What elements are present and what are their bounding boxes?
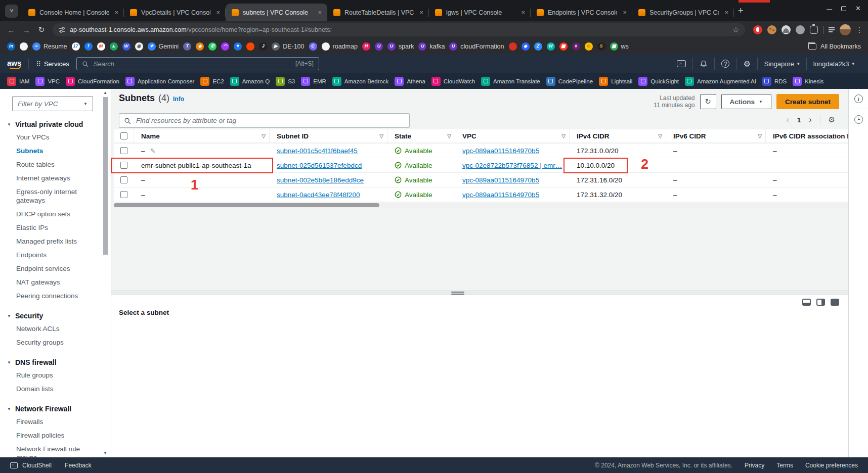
bookmark-item[interactable]: J (259, 42, 267, 51)
settings-gear-icon[interactable]: ⚙ (736, 58, 757, 70)
bookmark-item[interactable]: S (597, 42, 605, 51)
notifications-bell-icon[interactable] (692, 58, 714, 70)
service-shortcut[interactable]: Amazon Augmented AI (685, 77, 756, 86)
create-subnet-button[interactable]: Create subnet (776, 94, 839, 109)
help-icon[interactable]: ? (714, 58, 736, 70)
bookmark-item[interactable]: ≡ Resume (32, 42, 67, 51)
tab-close-icon[interactable]: × (113, 9, 120, 16)
bookmark-item[interactable]: M (97, 42, 105, 51)
tab-close-icon[interactable]: × (418, 9, 425, 16)
tab-close-icon[interactable]: × (316, 9, 323, 16)
arc-extension-icon[interactable] (782, 25, 791, 34)
filter-funnel-icon[interactable]: ▽ (561, 133, 566, 139)
bookmark-item[interactable]: U spark (387, 42, 414, 51)
browser-tab[interactable]: VpcDetails | VPC Console × (124, 4, 226, 21)
browser-tab[interactable]: igws | VPC Console × (429, 4, 531, 21)
service-shortcut[interactable]: CodePipeline (546, 77, 593, 86)
service-shortcut[interactable]: Lightsail (599, 77, 632, 86)
bookmark-item[interactable]: ▲ (110, 42, 118, 51)
table-row[interactable]: – subnet-0acd43ee78f48f200 Available vpc… (114, 187, 848, 202)
split-panel-hide-icon[interactable] (831, 299, 839, 306)
back-icon[interactable]: ← (5, 26, 17, 34)
tab-close-icon[interactable]: × (621, 9, 628, 16)
scroll-up-icon[interactable]: ▲ (103, 90, 107, 95)
bookmark-item[interactable]: ✆ (208, 42, 216, 51)
bookmark-item[interactable]: ✦ Gemini (148, 42, 179, 51)
service-shortcut[interactable]: VPC (35, 77, 60, 86)
vpc-link[interactable]: vpc-089aa0115164970b5 (462, 147, 539, 155)
footer-link[interactable]: Privacy (745, 462, 764, 469)
row-checkbox[interactable] (120, 191, 127, 198)
sidebar-item[interactable]: DHCP option sets (0, 207, 111, 221)
bookmark-item[interactable] (246, 42, 254, 51)
sidebar-item[interactable]: Endpoints (0, 248, 111, 262)
vpc-link[interactable]: vpc-089aa0115164970b5 (462, 176, 539, 184)
aws-search-box[interactable]: [Alt+S] (76, 57, 319, 70)
sidebar-item[interactable]: Network ACLs (0, 322, 111, 336)
browser-tab[interactable]: Endpoints | VPC Console × (531, 4, 632, 21)
tab-close-icon[interactable]: × (214, 9, 222, 16)
table-settings-icon[interactable]: ⚙ (829, 115, 835, 124)
bookmark-item[interactable]: roadmap (322, 42, 358, 51)
bookmark-item[interactable]: in (7, 42, 15, 51)
profile-avatar[interactable] (840, 24, 851, 35)
tab-search-button[interactable]: ˅ (5, 5, 18, 18)
window-minimize-icon[interactable]: — (827, 6, 832, 12)
service-shortcut[interactable]: CloudFormation (66, 77, 119, 86)
tab-close-icon[interactable]: × (519, 9, 527, 16)
split-panel-bottom-icon[interactable] (802, 299, 811, 306)
subnet-id-link[interactable]: subnet-002e5b8e186edd9ce (277, 176, 364, 184)
aws-search-input[interactable] (93, 60, 291, 68)
sidebar-item[interactable]: Endpoint services (0, 262, 111, 275)
service-shortcut[interactable]: CloudWatch (431, 77, 475, 86)
split-panel-side-icon[interactable] (816, 299, 825, 306)
service-shortcut[interactable]: Amazon Translate (481, 77, 540, 86)
sidebar-item[interactable]: Egress-only internet gateways (0, 185, 111, 207)
new-tab-button[interactable]: + (738, 6, 744, 16)
info-panel-icon[interactable]: i (854, 94, 863, 103)
browser-tab[interactable]: SecurityGroups | VPC Co × (632, 4, 734, 21)
table-row[interactable]: –✎ subnet-001c5c4f1f6baef45 Available vp… (114, 144, 848, 158)
bookmark-item[interactable]: U cloudFormation (449, 42, 504, 51)
split-panel-divider[interactable] (111, 291, 848, 295)
footer-link[interactable]: Cookie preferences (805, 462, 858, 469)
feedback-button[interactable]: Feedback (65, 462, 92, 469)
bookmark-item[interactable]: ▼ (234, 42, 242, 51)
bookmark-item[interactable]: f (84, 42, 93, 51)
bookmark-item[interactable]: ◆ (522, 42, 530, 51)
section-header[interactable]: ▼Security (0, 312, 111, 320)
section-header[interactable]: ▼Network Firewall (0, 405, 111, 413)
region-selector[interactable]: Singapore▾ (757, 58, 806, 70)
history-panel-icon[interactable] (854, 115, 863, 124)
sidebar-item[interactable]: Managed prefix lists (0, 234, 111, 248)
sidebar-item[interactable]: Network Firewall rule groups (0, 442, 111, 457)
tab-close-icon[interactable]: × (723, 9, 730, 16)
actions-button[interactable]: Actions▼ (721, 94, 771, 109)
gray-extension-icon[interactable] (796, 25, 805, 34)
sidebar-item[interactable]: Elastic IPs (0, 221, 111, 234)
sidebar-scrollbar[interactable] (103, 97, 108, 255)
service-shortcut[interactable]: Kinesis (793, 77, 823, 86)
address-bar[interactable]: ap-southeast-1.console.aws.amazon.com/vp… (53, 23, 745, 36)
bookmark-item[interactable]: # (572, 42, 580, 51)
prev-page-icon[interactable]: ‹ (786, 115, 789, 124)
edit-name-icon[interactable]: ✎ (150, 147, 156, 155)
service-shortcut[interactable]: EMR (301, 77, 326, 86)
browser-tab[interactable]: Console Home | Console × (22, 4, 124, 21)
browser-menu-icon[interactable]: ⋮ (856, 26, 863, 34)
select-all-checkbox[interactable] (120, 132, 127, 139)
sidebar-item[interactable]: Peering connections (0, 289, 111, 303)
adblock-extension-icon[interactable] (753, 25, 762, 34)
bookmark-item[interactable]: ◉ (135, 42, 143, 51)
refresh-button[interactable]: ↻ (700, 94, 716, 109)
table-row[interactable]: – subnet-002e5b8e186edd9ce Available vpc… (114, 173, 848, 187)
bookmark-item[interactable]: ◆ (196, 42, 204, 51)
bookmark-item[interactable]: ▦ (559, 42, 568, 51)
sidebar-item[interactable]: NAT gateways (0, 275, 111, 289)
vpc-link[interactable]: vpc-089aa0115164970b5 (462, 191, 539, 199)
account-menu[interactable]: longdata2k3▾ (806, 58, 861, 70)
bookmark-item[interactable]: ▦ ws (610, 42, 629, 51)
service-shortcut[interactable]: S3 (276, 77, 295, 86)
next-page-icon[interactable]: › (809, 115, 811, 124)
cloudshell-terminal-icon[interactable]: >_ (670, 58, 692, 70)
